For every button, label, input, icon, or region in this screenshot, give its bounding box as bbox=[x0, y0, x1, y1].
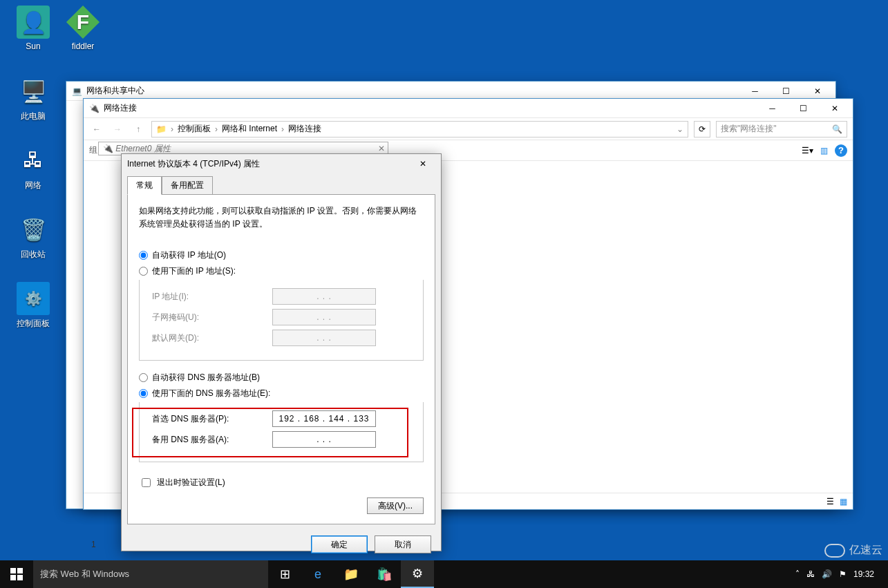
tab-alternate[interactable]: 备用配置 bbox=[162, 176, 213, 195]
monitor-icon: 🖥️ bbox=[17, 75, 50, 108]
dns-alt-label: 备用 DNS 服务器(A): bbox=[148, 434, 272, 446]
radio-label: 使用下面的 IP 地址(S): bbox=[152, 265, 236, 277]
breadcrumb-item[interactable]: 网络连接 bbox=[288, 123, 321, 135]
tab-label: 备用配置 bbox=[171, 180, 204, 190]
ip-input: . . . bbox=[272, 288, 376, 305]
help-button[interactable]: ? bbox=[835, 144, 847, 157]
dns-preferred-input[interactable]: 192 . 168 . 144 . 133 bbox=[272, 410, 376, 427]
desktop-icon-control-panel[interactable]: ⚙️ 控制面板 bbox=[8, 282, 58, 330]
fiddler-icon bbox=[66, 6, 100, 39]
button-label: 高级(V)... bbox=[378, 501, 413, 511]
windows-logo-icon bbox=[10, 568, 23, 580]
close-button[interactable]: ✕ bbox=[819, 100, 850, 117]
back-button[interactable]: ← bbox=[89, 124, 104, 134]
search-placeholder: 搜索 Web 和 Windows bbox=[40, 568, 129, 580]
close-icon[interactable]: ✕ bbox=[378, 144, 385, 153]
control-panel-icon: ⚙️ bbox=[17, 282, 50, 315]
address-bar[interactable]: 📁› 控制面板› 网络和 Internet› 网络连接 ⌄ bbox=[151, 121, 688, 137]
tray-volume-icon[interactable]: 🔊 bbox=[822, 569, 832, 579]
control-panel-task-icon[interactable]: ⚙ bbox=[401, 560, 434, 588]
refresh-button[interactable]: ⟳ bbox=[694, 121, 710, 137]
mask-label: 子网掩码(U): bbox=[148, 312, 272, 323]
organize-label[interactable]: 组 bbox=[89, 144, 97, 156]
radio-label: 自动获得 DNS 服务器地址(B) bbox=[152, 372, 260, 383]
button-label: 取消 bbox=[395, 540, 411, 549]
radio-dns-manual[interactable]: 使用下面的 DNS 服务器地址(E): bbox=[139, 388, 424, 399]
view-icons-icon[interactable]: ▦ bbox=[840, 497, 847, 506]
watermark: 亿速云 bbox=[824, 543, 882, 558]
tray-clock[interactable]: 19:32 bbox=[853, 569, 874, 579]
close-button[interactable]: ✕ bbox=[410, 159, 435, 169]
system-tray[interactable]: ˄ 🖧 🔊 ⚑ 19:32 bbox=[790, 569, 888, 579]
preview-pane-button[interactable]: ▥ bbox=[820, 146, 828, 155]
user-avatar-icon: 👤 bbox=[17, 6, 50, 39]
ok-button[interactable]: 确定 bbox=[311, 535, 368, 553]
task-view-button[interactable]: ⊞ bbox=[268, 560, 301, 588]
ethernet-title: Ethernet0 属性 bbox=[115, 143, 170, 155]
radio-input[interactable] bbox=[139, 389, 148, 398]
radio-label: 自动获得 IP 地址(O) bbox=[152, 249, 226, 261]
close-button[interactable]: ✕ bbox=[802, 83, 833, 99]
up-button[interactable]: ↑ bbox=[131, 124, 146, 134]
maximize-button[interactable]: ☐ bbox=[788, 100, 819, 117]
breadcrumb-item[interactable]: 控制面板 bbox=[178, 123, 211, 135]
desktop-icon-label: 控制面板 bbox=[8, 318, 58, 330]
file-explorer-icon[interactable]: 📁 bbox=[334, 560, 368, 588]
desktop-icon-label: 回收站 bbox=[8, 249, 58, 260]
window-title: 网络连接 bbox=[104, 102, 137, 114]
view-details-icon[interactable]: ☰ bbox=[826, 497, 834, 506]
checkbox-input[interactable] bbox=[142, 478, 151, 487]
taskbar-search[interactable]: 搜索 Web 和 Windows bbox=[33, 560, 268, 588]
desktop-icon-label: Sun bbox=[8, 41, 58, 51]
desktop-icon-network[interactable]: 🖧 网络 bbox=[8, 144, 58, 191]
desktop-icon-recycle[interactable]: 🗑️ 回收站 bbox=[8, 213, 58, 260]
tray-chevron-up-icon[interactable]: ˄ bbox=[795, 569, 800, 579]
tray-network-icon[interactable]: 🖧 bbox=[806, 569, 815, 579]
gateway-input: . . . bbox=[272, 330, 376, 346]
ip-label: IP 地址(I): bbox=[148, 291, 272, 303]
recycle-bin-icon: 🗑️ bbox=[17, 213, 50, 246]
network-icon: 🖧 bbox=[17, 144, 50, 177]
search-placeholder: 搜索"网络连接" bbox=[721, 123, 777, 135]
minimize-button[interactable]: ─ bbox=[739, 83, 771, 99]
dialog-titlebar[interactable]: Internet 协议版本 4 (TCP/IPv4) 属性 ✕ bbox=[122, 154, 441, 173]
network-sharing-icon: 💻 bbox=[72, 86, 82, 96]
view-options-button[interactable]: ☰▾ bbox=[802, 146, 813, 155]
radio-ip-manual[interactable]: 使用下面的 IP 地址(S): bbox=[139, 265, 424, 277]
breadcrumb-item[interactable]: 网络和 Internet bbox=[222, 123, 277, 135]
forward-button[interactable]: → bbox=[110, 124, 125, 134]
dialog-buttons: 确定 取消 bbox=[122, 530, 441, 562]
desktop-icon-fiddler[interactable]: fiddler bbox=[58, 6, 108, 51]
radio-input[interactable] bbox=[139, 373, 148, 382]
dialog-ipv4-properties[interactable]: Internet 协议版本 4 (TCP/IPv4) 属性 ✕ 常规 备用配置 … bbox=[121, 153, 442, 551]
desktop-icon-label: fiddler bbox=[58, 41, 108, 51]
item-count: 1 bbox=[91, 540, 98, 549]
tab-label: 常规 bbox=[136, 180, 153, 190]
taskbar[interactable]: 搜索 Web 和 Windows ⊞ e 📁 🛍️ ⚙ ˄ 🖧 🔊 ⚑ 19:3… bbox=[0, 560, 888, 588]
minimize-button[interactable]: ─ bbox=[757, 100, 788, 117]
mask-input: . . . bbox=[272, 309, 376, 325]
desktop-icon-label: 网络 bbox=[8, 180, 58, 191]
radio-input[interactable] bbox=[139, 267, 148, 276]
edge-icon[interactable]: e bbox=[301, 560, 334, 588]
desktop-icon-sun[interactable]: 👤 Sun bbox=[8, 6, 58, 51]
checkbox-validate[interactable]: 退出时验证设置(L) bbox=[139, 476, 424, 489]
desktop-icon-this-pc[interactable]: 🖥️ 此电脑 bbox=[8, 75, 58, 122]
advanced-button[interactable]: 高级(V)... bbox=[367, 497, 424, 514]
start-button[interactable] bbox=[0, 560, 33, 588]
dns-alternate-input[interactable]: . . . bbox=[272, 431, 376, 448]
search-box[interactable]: 搜索"网络连接" 🔍 bbox=[716, 121, 847, 137]
store-icon[interactable]: 🛍️ bbox=[368, 560, 401, 588]
tray-flag-icon[interactable]: ⚑ bbox=[839, 569, 847, 579]
radio-ip-auto[interactable]: 自动获得 IP 地址(O) bbox=[139, 249, 424, 261]
gw-label: 默认网关(D): bbox=[148, 332, 272, 344]
search-icon: 🔍 bbox=[832, 124, 842, 134]
titlebar[interactable]: 🔌网络连接 ─ ☐ ✕ bbox=[84, 99, 853, 118]
maximize-button[interactable]: ☐ bbox=[771, 83, 802, 99]
cancel-button[interactable]: 取消 bbox=[375, 535, 431, 553]
chevron-down-icon[interactable]: ⌄ bbox=[677, 124, 683, 134]
radio-dns-auto[interactable]: 自动获得 DNS 服务器地址(B) bbox=[139, 372, 424, 383]
dialog-title: Internet 协议版本 4 (TCP/IPv4) 属性 bbox=[127, 158, 260, 170]
tab-general[interactable]: 常规 bbox=[127, 176, 162, 195]
radio-input[interactable] bbox=[139, 251, 148, 260]
